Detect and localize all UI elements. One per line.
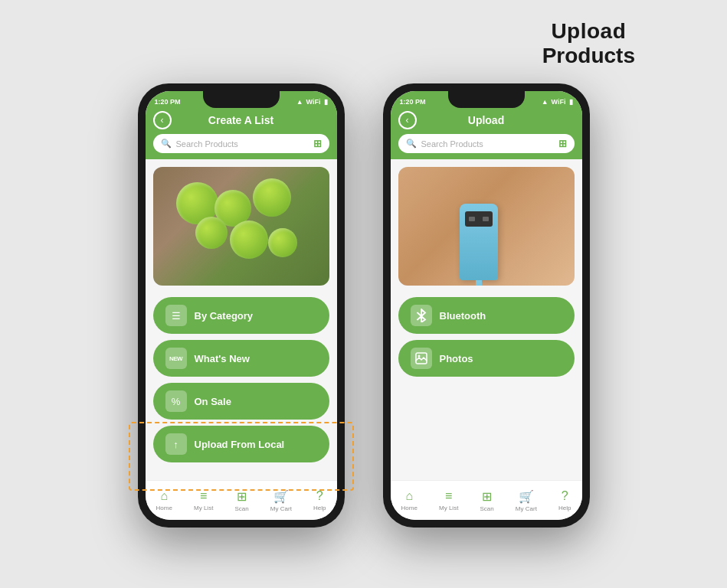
phone2-status-right: ▲ WiFi ▮ <box>542 98 573 106</box>
phone1-header: ‹ Create A List <box>146 109 337 134</box>
phone1-hero-image <box>153 167 329 286</box>
phone2-list-label: My List <box>439 505 458 511</box>
phone1-new-icon: NEW <box>165 348 187 369</box>
phone1-menu-buttons: ☰ By Category NEW What's New % On Sale <box>146 293 337 466</box>
phone2-scan-label: Scan <box>480 505 494 512</box>
phone1-bottom-nav: ⌂ Home ≡ My List ⊞ Scan 🛒 <box>146 480 337 520</box>
phone2-bluetooth-button[interactable]: Bluetooth <box>398 297 575 334</box>
phone2-photos-icon <box>411 348 432 369</box>
phone2-photos-button[interactable]: Photos <box>398 340 575 377</box>
phone1-list-label: My List <box>194 505 213 511</box>
phone2-header: ‹ Upload <box>391 109 582 134</box>
phone2-hero-image <box>398 167 575 286</box>
usb-face <box>465 211 493 227</box>
usb-cable <box>476 280 482 286</box>
phone1-scan-icon: ⊞ <box>313 138 322 149</box>
phone2-nav-cart[interactable]: 🛒 My Cart <box>516 489 537 512</box>
phone1-search-icon: 🔍 <box>161 139 172 149</box>
phones-row: 1:20 PM ▲ WiFi ▮ ‹ Create A List <box>138 83 590 528</box>
phone1-cart-label: My Cart <box>270 505 292 512</box>
page-title-line1: Upload <box>542 19 635 44</box>
phone2-back-icon: ‹ <box>406 115 409 126</box>
phone2-search-bar: 🔍 Search Products ⊞ <box>391 134 582 159</box>
phone1-scan-nav-icon: ⊞ <box>237 489 247 504</box>
phone2-nav-scan[interactable]: ⊞ Scan <box>480 489 494 512</box>
phone2-wrapper: 1:20 PM ▲ WiFi ▮ ‹ Upload <box>383 83 590 528</box>
phone2-home-label: Home <box>401 505 418 511</box>
phone2-home-icon: ⌂ <box>405 489 413 503</box>
phone1-back-button[interactable]: ‹ <box>153 111 172 129</box>
phone2-bluetooth-label: Bluetooth <box>440 310 486 322</box>
phone1-status-right: ▲ WiFi ▮ <box>296 98 328 106</box>
phone1-category-icon: ☰ <box>165 305 187 326</box>
phone2-menu-buttons: Bluetooth Photos <box>391 293 582 381</box>
phone2-battery-icon: ▮ <box>569 98 573 106</box>
phone1-search-input[interactable]: 🔍 Search Products ⊞ <box>153 134 329 153</box>
phone2-search-input[interactable]: 🔍 Search Products ⊞ <box>398 134 575 153</box>
phone1-sale-button[interactable]: % On Sale <box>153 383 329 420</box>
usb-eye-right <box>483 217 489 221</box>
page-container: Upload Products 1:20 PM ▲ WiFi ▮ <box>0 0 727 588</box>
usb-eye-left <box>469 217 475 221</box>
phone1-limes-bg <box>153 167 329 286</box>
phone1-cart-icon: 🛒 <box>273 489 289 504</box>
phone1: 1:20 PM ▲ WiFi ▮ ‹ Create A List <box>138 83 345 528</box>
phone2-cart-label: My Cart <box>516 505 537 512</box>
phone1-sale-icon: % <box>165 390 187 412</box>
phone1-battery-icon: ▮ <box>324 98 328 106</box>
phone1-search-bar: 🔍 Search Products ⊞ <box>146 134 337 159</box>
phone2-search-icon: 🔍 <box>406 139 417 149</box>
phone2-wifi-icon: WiFi <box>552 98 566 106</box>
lime5 <box>230 220 268 259</box>
phone1-header-title: Create A List <box>208 114 273 126</box>
lime6 <box>268 228 297 257</box>
phone1-nav-scan[interactable]: ⊞ Scan <box>235 489 249 512</box>
phone2-usb-bg <box>398 167 575 286</box>
phone1-upload-button[interactable]: ↑ Upload From Local <box>153 426 329 462</box>
phone1-signal-icon: ▲ <box>296 98 303 106</box>
phone2-search-placeholder: Search Products <box>421 139 554 149</box>
phone1-content: ☰ By Category NEW What's New % On Sale <box>146 159 337 480</box>
page-title-area: Upload Products <box>542 19 635 68</box>
phone1-upload-icon: ↑ <box>165 433 187 455</box>
phone2-content: Bluetooth Photos <box>391 159 582 480</box>
phone1-wifi-icon: WiFi <box>306 98 321 106</box>
phone2-nav-home[interactable]: ⌂ Home <box>401 489 418 511</box>
phone1-sale-label: On Sale <box>195 396 231 407</box>
phone1-inner: 1:20 PM ▲ WiFi ▮ ‹ Create A List <box>146 91 337 520</box>
phone1-help-label: Help <box>313 505 326 511</box>
phone1-list-icon: ≡ <box>200 489 207 503</box>
phone1-search-placeholder: Search Products <box>176 139 309 149</box>
phone2-nav-help[interactable]: ? Help <box>558 489 571 511</box>
lime4 <box>195 217 228 249</box>
lime3 <box>247 173 296 222</box>
phone1-nav-cart[interactable]: 🛒 My Cart <box>270 489 292 512</box>
phone2: 1:20 PM ▲ WiFi ▮ ‹ Upload <box>383 83 590 528</box>
phone2-signal-icon: ▲ <box>542 98 549 106</box>
phone2-bottom-nav: ⌂ Home ≡ My List ⊞ Scan 🛒 <box>391 480 582 520</box>
phone2-help-icon: ? <box>562 489 568 503</box>
phone1-new-button[interactable]: NEW What's New <box>153 340 329 377</box>
phone2-bluetooth-icon <box>411 305 432 326</box>
phone1-time: 1:20 PM <box>155 98 181 106</box>
phone2-help-label: Help <box>558 505 571 511</box>
phone1-nav-help[interactable]: ? Help <box>313 489 326 511</box>
phone1-nav-list[interactable]: ≡ My List <box>194 489 213 511</box>
phone1-wrapper: 1:20 PM ▲ WiFi ▮ ‹ Create A List <box>138 83 345 528</box>
phone1-notch <box>203 91 280 108</box>
phone1-home-label: Home <box>156 505 172 511</box>
phone1-category-label: By Category <box>195 310 254 322</box>
phone2-inner: 1:20 PM ▲ WiFi ▮ ‹ Upload <box>391 91 582 520</box>
phone2-notch <box>448 91 525 108</box>
phone2-nav-list[interactable]: ≡ My List <box>439 489 458 511</box>
phone2-back-button[interactable]: ‹ <box>398 111 417 129</box>
phone2-scan-nav-icon: ⊞ <box>482 489 492 504</box>
phone1-nav-home[interactable]: ⌂ Home <box>156 489 172 511</box>
phone1-home-icon: ⌂ <box>160 489 168 503</box>
phone2-scan-icon: ⊞ <box>558 138 567 149</box>
phone1-help-icon: ? <box>316 489 323 503</box>
phone1-scan-label: Scan <box>235 505 249 512</box>
phone2-header-title: Upload <box>468 114 504 126</box>
page-title-line2: Products <box>542 44 635 68</box>
phone1-category-button[interactable]: ☰ By Category <box>153 297 329 334</box>
